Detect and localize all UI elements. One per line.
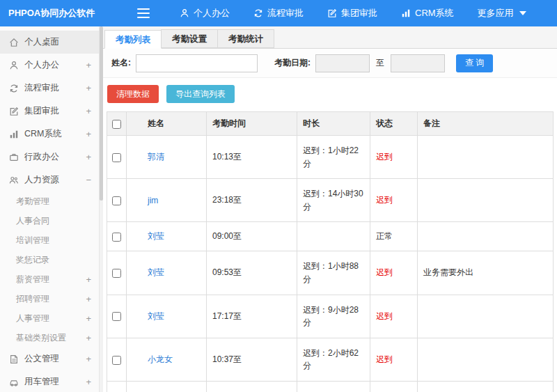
table-row: 刘莹 09:53至 迟到：1小时88分 迟到 业务需要外出: [107, 251, 554, 295]
sidebar-item-label: 行政办公: [24, 151, 59, 163]
tab-attendance-list[interactable]: 考勤列表: [104, 30, 162, 49]
sidebar-item-label: 薪资管理: [16, 274, 49, 285]
expand-icon[interactable]: +: [86, 152, 91, 162]
attendance-time-cell: 23:18至: [207, 179, 297, 222]
nav-item-more-apps[interactable]: 更多应用: [466, 0, 538, 26]
process-icon: [9, 84, 19, 93]
chevron-down-icon: [519, 11, 526, 15]
hamburger-icon: [137, 8, 150, 18]
employee-name-link[interactable]: 刘莹: [148, 311, 164, 321]
expand-icon[interactable]: +: [86, 83, 91, 93]
nav-item-label: CRM系统: [415, 7, 454, 19]
employee-name-link[interactable]: 刘莹: [148, 267, 164, 277]
nav-item-label: 集团审批: [341, 7, 377, 19]
sidebar-item-crm-system[interactable]: CRM系统 +: [0, 123, 99, 146]
nav-item-label: 流程审批: [267, 7, 304, 19]
sidebar-item-label: 人力资源: [24, 174, 59, 186]
table-header-row: 姓名 考勤时间 时长 状态 备注: [107, 112, 554, 136]
expand-icon[interactable]: +: [86, 313, 91, 324]
sidebar-item-label: 培训管理: [16, 235, 49, 246]
tab-attendance-statistics[interactable]: 考勤统计: [217, 29, 274, 48]
expand-icon[interactable]: +: [86, 129, 91, 139]
expand-icon[interactable]: +: [86, 106, 91, 116]
sidebar-item-salary-management[interactable]: 薪资管理 +: [0, 269, 99, 289]
search-button[interactable]: 查 询: [456, 54, 493, 72]
expand-icon[interactable]: +: [86, 60, 91, 70]
note-cell: 1111: [418, 381, 554, 392]
row-checkbox[interactable]: [112, 356, 121, 365]
sidebar-scrollbar[interactable]: [100, 26, 103, 392]
sidebar-item-label: 个人办公: [24, 59, 59, 71]
sidebar-item-document-management[interactable]: 公文管理 +: [0, 347, 99, 370]
employee-name-link[interactable]: 刘莹: [148, 231, 164, 241]
status-cell: 正常: [370, 222, 418, 251]
sidebar-item-reward-punishment[interactable]: 奖惩记录: [0, 250, 99, 269]
attendance-time-cell: 10:13至: [207, 136, 297, 179]
sidebar-item-base-category-settings[interactable]: 基础类别设置 +: [0, 328, 99, 347]
date-to-input[interactable]: [391, 54, 445, 72]
name-input[interactable]: [136, 54, 258, 72]
row-checkbox[interactable]: [112, 233, 121, 242]
sidebar-item-personal-office[interactable]: 个人办公 +: [0, 54, 99, 77]
scrollbar-thumb[interactable]: [100, 26, 103, 201]
sidebar-item-personal-desktop[interactable]: 个人桌面: [0, 31, 99, 54]
table-row: jim 23:18至 迟到：14小时30分 迟到: [107, 179, 554, 222]
row-checkbox[interactable]: [112, 153, 121, 162]
nav-item-crm-system[interactable]: CRM系统: [389, 0, 466, 26]
row-checkbox[interactable]: [112, 196, 121, 205]
sidebar-item-human-resources[interactable]: 人力资源 −: [0, 168, 99, 191]
menu-toggle-button[interactable]: [137, 8, 150, 18]
employee-name-link[interactable]: 郭清: [148, 152, 164, 162]
row-checkbox[interactable]: [112, 312, 121, 321]
expand-icon[interactable]: +: [86, 333, 91, 343]
nav-item-group-approval[interactable]: 集团审批: [315, 0, 389, 26]
sidebar-item-label: 公文管理: [24, 353, 59, 365]
expand-icon[interactable]: +: [86, 354, 91, 364]
employee-name-link[interactable]: 小龙女: [148, 354, 173, 364]
top-header: PHPOA协同办公软件 个人办公 流程审批 集团审批: [0, 0, 557, 26]
name-filter-label: 姓名:: [111, 57, 131, 69]
sidebar-item-group-approval[interactable]: 集团审批 +: [0, 100, 99, 123]
expand-icon[interactable]: +: [86, 274, 91, 285]
sidebar-item-label: 用车管理: [24, 376, 59, 388]
sidebar-item-training-management[interactable]: 培训管理: [0, 230, 99, 250]
duration-cell: 迟到：2小时90分 早退：7小时10分: [297, 381, 370, 392]
sidebar-item-attendance-management[interactable]: 考勤管理: [0, 191, 99, 211]
app-logo: PHPOA协同办公软件: [0, 0, 101, 26]
sidebar-item-personnel-management[interactable]: 人事管理 +: [0, 308, 99, 328]
duration-cell: 迟到：1小时22分: [297, 136, 370, 179]
duration-cell: 迟到：2小时62分: [297, 338, 370, 381]
sidebar-item-hr-contract[interactable]: 人事合同: [0, 211, 99, 230]
note-cell: [418, 295, 554, 338]
sidebar-item-label: 个人桌面: [24, 36, 59, 48]
table-row: 郭清 10:13至 迟到：1小时22分 迟到: [107, 136, 554, 179]
duration-cell: 迟到：9小时28分: [297, 295, 370, 338]
clean-data-button[interactable]: 清理数据: [107, 85, 159, 103]
note-cell: [418, 136, 554, 179]
sidebar-item-recruitment-management[interactable]: 招聘管理 +: [0, 289, 99, 308]
sidebar-item-administration[interactable]: 行政办公 +: [0, 146, 99, 168]
nav-item-personal-office[interactable]: 个人办公: [168, 0, 242, 26]
col-header-duration: 时长: [297, 112, 370, 136]
nav-item-workflow-approval[interactable]: 流程审批: [242, 0, 315, 26]
duration-cell: 迟到：14小时30分: [297, 179, 370, 222]
sidebar-item-vehicle-management[interactable]: 用车管理 +: [0, 370, 99, 392]
expand-icon[interactable]: +: [86, 294, 91, 304]
select-all-checkbox[interactable]: [112, 120, 121, 129]
export-list-button[interactable]: 导出查询列表: [166, 85, 235, 103]
action-bar: 清理数据 导出查询列表: [103, 78, 557, 110]
collapse-icon[interactable]: −: [86, 175, 91, 185]
tab-attendance-settings[interactable]: 考勤设置: [161, 29, 218, 48]
sidebar-item-label: 招聘管理: [16, 293, 49, 305]
employee-name-link[interactable]: jim: [148, 196, 158, 205]
briefcase-icon: [9, 152, 19, 162]
row-checkbox[interactable]: [112, 269, 121, 278]
doc-icon: [9, 354, 19, 364]
sidebar-item-label: 考勤管理: [16, 196, 49, 207]
edit-icon: [327, 8, 337, 18]
sidebar-item-workflow-approval[interactable]: 流程审批 +: [0, 77, 99, 100]
filter-bar: 姓名: 考勤日期: 至 查 询: [103, 49, 557, 78]
expand-icon[interactable]: +: [86, 377, 91, 387]
date-from-input[interactable]: [315, 54, 370, 72]
table-row: 管理员 10:54至10:54 迟到：2小时90分 早退：7小时10分 迟到/早…: [107, 381, 554, 392]
